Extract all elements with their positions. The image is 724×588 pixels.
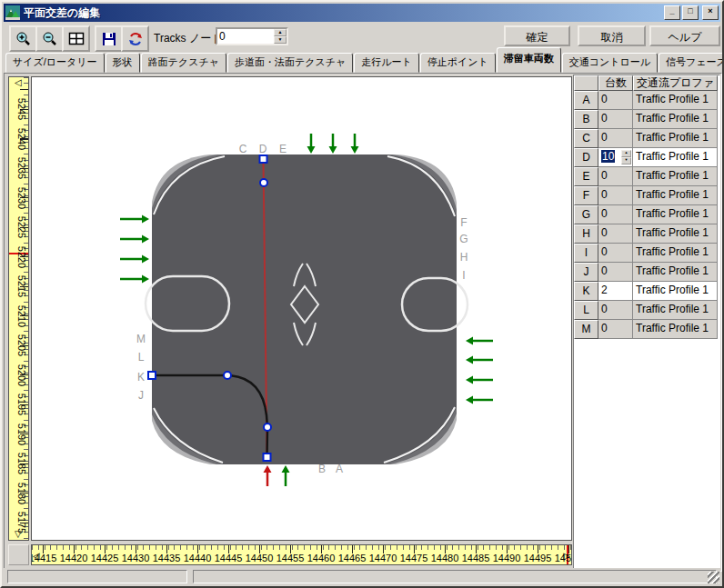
tracks-node-value: 0 (219, 30, 226, 43)
canvas-label-E: E (279, 143, 287, 155)
count-cell-F[interactable]: 0 (598, 186, 633, 205)
confirm-button[interactable]: 確定 (504, 25, 570, 46)
table-row-H: H0Traffic Profile 1 (574, 224, 718, 244)
tab-3[interactable]: 歩道面・法面テクスチャ (227, 53, 353, 73)
track-node-circle[interactable] (224, 372, 231, 379)
resize-grip[interactable] (708, 572, 719, 583)
row-header-I[interactable]: I (574, 244, 598, 263)
minimize-button[interactable]: _ (664, 5, 680, 20)
track-node-circle[interactable] (260, 179, 267, 186)
row-header-L[interactable]: L (574, 301, 598, 320)
profile-cell-A[interactable]: Traffic Profile 1 (633, 91, 718, 110)
profile-cell-M[interactable]: Traffic Profile 1 (633, 320, 718, 339)
canvas-label-M: M (136, 333, 146, 345)
row-header-H[interactable]: H (574, 224, 598, 244)
app-icon (5, 5, 20, 20)
canvas-label-F: F (460, 216, 467, 229)
profile-cell-E[interactable]: Traffic Profile 1 (633, 167, 718, 186)
tab-5[interactable]: 停止ポイント (420, 53, 496, 73)
v-ruler-label: 5245 (16, 98, 27, 120)
right-arrow-icon (120, 255, 149, 264)
horizontal-ruler: ◁ ▷ 144151442014425144301443514440144451… (31, 544, 572, 565)
profile-cell-I[interactable]: Traffic Profile 1 (633, 244, 718, 263)
canvas-label-J: J (138, 389, 144, 402)
up-arrow-icon (264, 465, 272, 486)
save-button[interactable] (95, 25, 123, 52)
profile-cell-G[interactable]: Traffic Profile 1 (633, 205, 718, 224)
cell-spin-down-button[interactable]: ▼ (621, 157, 631, 164)
h-ruler-label: 14445 (215, 553, 243, 563)
canvas-label-D: D (259, 143, 267, 155)
profile-cell-D[interactable]: Traffic Profile 1 (633, 148, 718, 167)
canvas-label-A: A (336, 463, 343, 475)
tab-8[interactable]: 信号フェーズ (659, 53, 724, 73)
h-ruler-label: 14415 (31, 553, 56, 563)
row-header-F[interactable]: F (574, 186, 598, 205)
status-bar (4, 568, 720, 584)
row-header-J[interactable]: J (574, 263, 598, 282)
fit-view-button[interactable] (62, 25, 90, 52)
down-arrow-icon (329, 134, 337, 154)
count-cell-E[interactable]: 0 (598, 167, 633, 186)
grid-pane-icon (68, 31, 85, 47)
row-header-G[interactable]: G (574, 205, 598, 224)
profile-cell-K[interactable]: Traffic Profile 1 (633, 282, 718, 301)
table-row-B: B0Traffic Profile 1 (574, 110, 718, 129)
count-cell-H[interactable]: 0 (598, 224, 633, 244)
h-ruler-label: 14485 (462, 553, 490, 563)
help-button[interactable]: ヘルプ (649, 25, 720, 46)
maximize-button[interactable]: □ (682, 5, 699, 20)
profile-cell-B[interactable]: Traffic Profile 1 (633, 110, 718, 129)
track-node-square[interactable] (264, 453, 271, 461)
row-header-C[interactable]: C (574, 129, 598, 148)
tab-6[interactable]: 滞留車両数 (497, 47, 561, 73)
spin-down-button[interactable]: ▼ (274, 36, 287, 44)
tracks-node-spinbox[interactable]: 0 ▲ ▼ (216, 27, 288, 45)
tab-2[interactable]: 路面テクスチャ (141, 53, 226, 73)
v-ruler-scroll-up-icon[interactable]: ◁ (15, 78, 22, 87)
tab-1[interactable]: 形状 (106, 53, 140, 73)
count-cell-C[interactable]: 0 (598, 129, 633, 148)
profile-cell-F[interactable]: Traffic Profile 1 (633, 186, 718, 205)
table-row-F: F0Traffic Profile 1 (574, 186, 718, 205)
tab-0[interactable]: サイズ/ロータリー (5, 53, 105, 73)
count-cell-B[interactable]: 0 (598, 110, 633, 129)
row-header-D[interactable]: D (574, 148, 598, 167)
zoom-in-button[interactable] (9, 25, 37, 52)
v-ruler-label: 5200 (16, 364, 27, 385)
track-node-square[interactable] (260, 155, 267, 163)
cell-spin-up-button[interactable]: ▲ (621, 150, 631, 157)
tab-7[interactable]: 交通コントロール (562, 53, 658, 73)
vertical-ruler: ◁ ▽ 524552405235523052255220521552105205… (8, 76, 29, 541)
profile-cell-C[interactable]: Traffic Profile 1 (633, 129, 718, 148)
row-header-K[interactable]: K (574, 282, 598, 301)
spin-up-button[interactable]: ▲ (274, 29, 287, 36)
table-row-A: A0Traffic Profile 1 (574, 91, 718, 110)
track-node-circle[interactable] (264, 424, 271, 431)
count-cell-L[interactable]: 0 (598, 301, 633, 320)
window-title: 平面交差の編集 (24, 5, 662, 21)
count-cell-I[interactable]: 0 (598, 244, 633, 263)
canvas[interactable]: CDEFGHIMLKJBA (31, 76, 572, 541)
row-header-B[interactable]: B (574, 110, 598, 129)
profile-cell-H[interactable]: Traffic Profile 1 (633, 224, 718, 244)
close-button[interactable]: × (702, 5, 719, 20)
count-cell-A[interactable]: 0 (598, 91, 633, 110)
canvas-label-K: K (137, 371, 145, 384)
tab-4[interactable]: 走行ルート (354, 53, 419, 73)
count-cell-J[interactable]: 0 (598, 263, 633, 282)
profile-cell-L[interactable]: Traffic Profile 1 (633, 301, 718, 320)
row-header-M[interactable]: M (574, 320, 598, 339)
row-header-A[interactable]: A (574, 91, 598, 110)
h-ruler-label: 14465 (338, 553, 367, 563)
profile-cell-J[interactable]: Traffic Profile 1 (633, 263, 718, 282)
count-cell-K[interactable]: 2 (598, 282, 633, 301)
count-cell-M[interactable]: 0 (598, 320, 633, 339)
row-header-E[interactable]: E (574, 167, 598, 186)
zoom-out-button[interactable] (35, 25, 64, 52)
refresh-button[interactable] (121, 25, 149, 52)
count-cell-D[interactable]: 10▲▼ (598, 148, 633, 167)
track-node-square[interactable] (148, 372, 156, 379)
cancel-button[interactable]: 取消 (578, 25, 646, 46)
count-cell-G[interactable]: 0 (598, 205, 633, 224)
